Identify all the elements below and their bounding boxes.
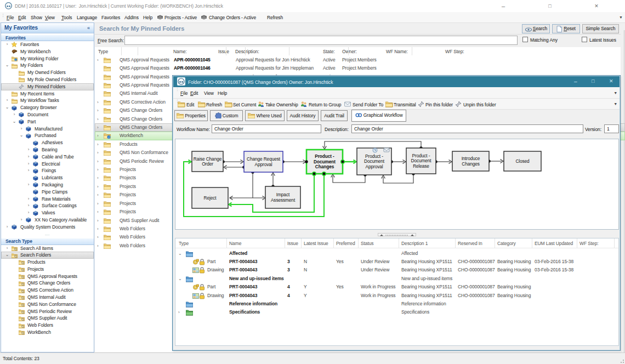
svg-text:Document: Document xyxy=(411,158,431,163)
svg-text:Introduce: Introduce xyxy=(462,156,480,161)
svg-text:Raise Change: Raise Change xyxy=(194,156,222,162)
svg-text:Release: Release xyxy=(413,163,429,169)
svg-text:Approval: Approval xyxy=(366,164,383,169)
svg-text:Change Request: Change Request xyxy=(247,156,281,162)
svg-text:Changes: Changes xyxy=(315,164,334,169)
svg-text:Document: Document xyxy=(314,159,336,164)
svg-text:Impact: Impact xyxy=(276,192,290,197)
svg-text:Assessment: Assessment xyxy=(271,197,296,203)
svg-text:Order: Order xyxy=(202,161,213,167)
svg-text:Document: Document xyxy=(364,158,385,164)
svg-text:Approval: Approval xyxy=(255,162,272,167)
svg-text:Reject: Reject xyxy=(204,195,217,201)
svg-text:Closed: Closed xyxy=(515,158,530,164)
svg-text:Product -: Product - xyxy=(412,153,430,158)
svg-text:Product -: Product - xyxy=(315,153,334,159)
svg-text:Product -: Product - xyxy=(365,153,383,159)
svg-text:Changes: Changes xyxy=(462,161,480,167)
